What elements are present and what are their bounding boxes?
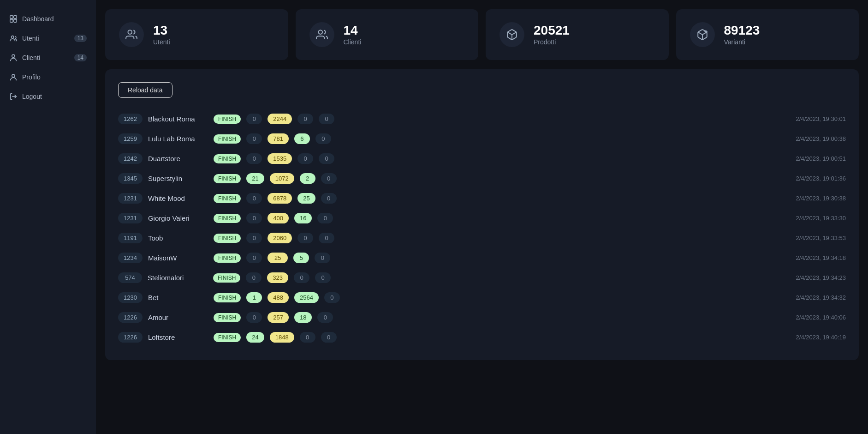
row-timestamp: 2/4/2023, 19:33:30 <box>796 215 846 222</box>
row-id: 1234 <box>118 253 143 263</box>
row-v4: 0 <box>321 193 337 204</box>
clienti-stat-icon-wrap <box>309 22 334 47</box>
utenti-badge: 13 <box>74 35 87 42</box>
row-v3: 0 <box>294 272 309 283</box>
svg-rect-2 <box>10 19 13 22</box>
row-timestamp: 2/4/2023, 19:01:36 <box>796 175 846 182</box>
row-status: FINISH <box>214 234 241 243</box>
row-v2: 1535 <box>268 153 292 164</box>
stat-card-prodotti: 20521 Prodotti <box>486 9 669 60</box>
row-v4: 0 <box>324 292 340 303</box>
row-name: Duartstore <box>148 155 208 163</box>
clienti-badge: 14 <box>74 54 87 61</box>
row-name: Steliomalori <box>148 274 208 282</box>
row-timestamp: 2/4/2023, 19:34:32 <box>796 294 846 301</box>
sidebar-item-logout-label: Logout <box>22 93 42 100</box>
row-v4: 0 <box>319 153 334 164</box>
row-v1: 0 <box>246 133 262 144</box>
row-timestamp: 2/4/2023, 19:00:38 <box>796 135 846 142</box>
row-v2: 1848 <box>270 332 294 343</box>
row-timestamp: 2/4/2023, 19:40:19 <box>796 334 846 341</box>
svg-point-9 <box>318 30 322 34</box>
row-status: FINISH <box>214 313 241 322</box>
row-id: 1259 <box>118 133 143 144</box>
row-id: 1345 <box>118 173 143 184</box>
row-name: Lulu Lab Roma <box>148 135 208 143</box>
stat-number-clienti: 14 <box>344 24 362 38</box>
row-status: FINISH <box>214 134 241 144</box>
row-v4: 0 <box>321 332 337 343</box>
svg-point-6 <box>12 74 15 77</box>
row-timestamp: 2/4/2023, 19:40:06 <box>796 314 846 321</box>
row-v1: 0 <box>246 272 262 283</box>
table-row: 1231 White Mood FINISH 0 6878 25 0 2/4/2… <box>118 188 846 208</box>
row-v4: 0 <box>321 173 337 184</box>
row-timestamp: 2/4/2023, 19:00:51 <box>796 155 846 162</box>
row-v3: 2564 <box>294 292 319 303</box>
row-timestamp: 2/4/2023, 19:34:23 <box>796 274 846 281</box>
row-v4: 0 <box>315 253 330 263</box>
row-v4: 0 <box>317 312 333 323</box>
row-name: Amour <box>148 313 208 321</box>
logout-icon <box>9 92 18 101</box>
table-row: 1345 Superstylin FINISH 21 1072 2 0 2/4/… <box>118 169 846 188</box>
clienti-stat-icon <box>316 29 328 41</box>
stat-label-clienti: Clienti <box>344 38 362 46</box>
sidebar-item-utenti[interactable]: Utenti 13 <box>0 29 96 48</box>
table-row: 1231 Giorgio Valeri FINISH 0 400 16 0 2/… <box>118 208 846 228</box>
svg-point-5 <box>12 54 15 57</box>
row-name: MaisonW <box>148 254 208 262</box>
row-v3: 0 <box>297 233 313 243</box>
varianti-stat-icon-wrap <box>690 22 715 47</box>
row-name: Bet <box>148 294 208 301</box>
row-v4: 0 <box>319 114 334 124</box>
table-row: 1226 Amour FINISH 0 257 18 0 2/4/2023, 1… <box>118 307 846 327</box>
sidebar: Dashboard Utenti 13 Clienti 14 <box>0 0 96 434</box>
row-name: White Mood <box>148 194 208 202</box>
row-v2: 257 <box>268 312 289 323</box>
stat-card-utenti: 13 Utenti <box>105 9 288 60</box>
sidebar-item-logout[interactable]: Logout <box>0 87 96 106</box>
svg-point-8 <box>128 30 132 34</box>
table-row: 1259 Lulu Lab Roma FINISH 0 781 6 0 2/4/… <box>118 129 846 149</box>
row-id: 574 <box>118 272 142 283</box>
stat-card-clienti: 14 Clienti <box>296 9 479 60</box>
stat-label-prodotti: Prodotti <box>534 38 570 46</box>
svg-rect-3 <box>14 19 17 22</box>
table-row: 1191 Toob FINISH 0 2060 0 0 2/4/2023, 19… <box>118 228 846 248</box>
row-v2: 488 <box>268 292 289 303</box>
row-v2: 323 <box>267 272 288 283</box>
data-section: Reload data 1262 Blackout Roma FINISH 0 … <box>105 69 859 360</box>
row-status: FINISH <box>214 174 241 183</box>
row-v2: 1072 <box>270 173 294 184</box>
row-status: FINISH <box>214 214 241 223</box>
row-v1: 0 <box>246 114 262 124</box>
stat-info-prodotti: 20521 Prodotti <box>534 24 570 46</box>
row-v2: 2244 <box>268 114 292 124</box>
row-status: FINISH <box>214 194 241 203</box>
row-v1: 0 <box>246 153 262 164</box>
row-status: FINISH <box>214 115 241 124</box>
row-v4: 0 <box>315 272 331 283</box>
row-v3: 25 <box>297 193 315 204</box>
sidebar-item-profilo[interactable]: Profilo <box>0 67 96 87</box>
utenti-stat-icon-wrap <box>119 22 144 47</box>
row-timestamp: 2/4/2023, 19:34:18 <box>796 254 846 261</box>
row-id: 1226 <box>118 332 143 343</box>
table-row: 1230 Bet FINISH 1 488 2564 0 2/4/2023, 1… <box>118 288 846 307</box>
reload-data-button[interactable]: Reload data <box>118 82 172 98</box>
sidebar-item-dashboard[interactable]: Dashboard <box>0 9 96 29</box>
row-timestamp: 2/4/2023, 19:33:53 <box>796 235 846 241</box>
row-v3: 2 <box>300 173 315 184</box>
box-icon <box>506 29 518 41</box>
row-v1: 0 <box>246 253 262 263</box>
row-v4: 0 <box>319 233 334 243</box>
sidebar-item-clienti[interactable]: Clienti 14 <box>0 48 96 67</box>
sidebar-item-dashboard-label: Dashboard <box>22 15 54 23</box>
row-timestamp: 2/4/2023, 19:30:38 <box>796 195 846 202</box>
sidebar-item-utenti-label: Utenti <box>22 35 39 42</box>
row-v3: 18 <box>294 312 312 323</box>
stats-row: 13 Utenti 14 Clienti <box>105 9 859 60</box>
svg-point-4 <box>12 36 14 38</box>
row-v1: 0 <box>246 233 262 243</box>
